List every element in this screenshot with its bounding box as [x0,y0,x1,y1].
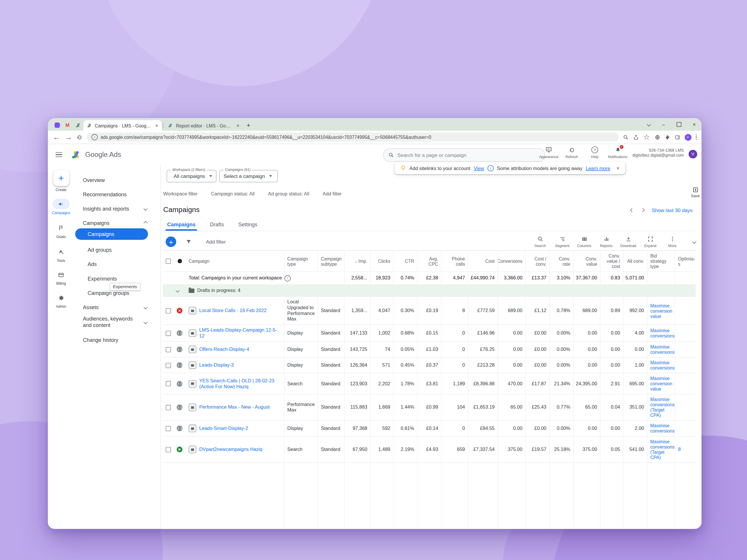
col-conv-value[interactable]: Conv. value [574,251,600,271]
chevron-down-icon[interactable] [176,289,180,293]
col-campaign-subtype[interactable]: Campaign subtype [318,251,345,271]
col-campaign-type[interactable]: Campaign type [284,251,318,271]
create-plus-icon[interactable]: + [53,170,69,186]
appearance-button[interactable]: Appearance [537,146,560,159]
col-cost[interactable]: Cost [468,251,498,271]
workspace-select[interactable]: Workspace (2 filters) All campaigns [166,170,216,183]
forward-icon[interactable]: → [65,133,72,141]
col-conv-rate[interactable]: Conv. rate [550,251,574,271]
tab-drafts[interactable]: Drafts [210,222,224,231]
campaign-status-paused-icon[interactable] [177,362,183,368]
add-filter-label[interactable]: Add filter [206,239,226,245]
tab-search-chevron-icon[interactable] [647,123,651,127]
new-tab-button[interactable]: + [243,119,254,131]
campaign-status-paused-icon[interactable] [177,330,183,336]
select-all-checkbox[interactable] [165,259,171,264]
rail-item-admin[interactable]: Admin [48,293,74,309]
rail-item-create[interactable]: + Create [48,170,74,192]
drafts-row[interactable]: Drafts in progress: 4 [163,285,696,297]
tab-settings[interactable]: Settings [238,222,257,231]
tool-expand[interactable]: Expand [639,236,661,248]
campaign-name-link[interactable]: LMS-Leads-Display-Campaign 12-5-12 [199,327,281,339]
campaign-status-chip[interactable]: Campaign status: All [211,191,255,196]
bid-strategy-link[interactable]: Maximise conversions (Target CPA) [650,397,675,418]
window-close-button[interactable]: × [693,122,696,127]
nav-item-ads[interactable]: Ads [74,257,160,271]
row-checkbox[interactable] [165,426,171,431]
row-checkbox[interactable] [165,308,171,313]
side-panel-icon[interactable] [674,134,680,140]
campaign-status-removed-icon[interactable] [177,308,183,314]
share-icon[interactable] [633,134,639,140]
toast-close-icon[interactable]: × [617,165,620,171]
rail-item-campaigns[interactable]: Campaigns [48,198,74,215]
col-optimisation[interactable]: Optimisation s [675,251,694,271]
rail-item-tools[interactable]: Tools [48,246,74,263]
row-checkbox[interactable] [165,347,171,352]
tab-close-icon[interactable]: × [236,123,239,128]
campaign-name-link[interactable]: Leads-Smart-Display-2 [199,426,248,431]
workspace-filter-chip[interactable]: Workspace filter [163,191,198,196]
campaign-name-link[interactable]: YES Search-Calls | OLD | 28-02-23 (Activ… [199,378,281,390]
maximize-button[interactable] [676,122,681,127]
col-avg-cpc[interactable]: Avg. CPC [417,251,441,271]
campaign-name-link[interactable]: Performance Max - New - August [199,404,270,410]
tool-columns[interactable]: Columns [573,236,595,248]
campaign-select[interactable]: Campaigns (61) Select a campaign [220,170,278,183]
col-campaign[interactable]: Campaign [186,251,284,271]
campaign-name-link[interactable]: Local Store Calls - 16 Feb 2022 [199,308,267,314]
bid-strategy-link[interactable]: Maximise conversions [650,344,675,355]
chevron-left-icon[interactable] [630,208,634,212]
filter-funnel-icon[interactable] [186,239,192,245]
site-info-icon[interactable]: i [91,134,98,140]
bid-strategy-link[interactable]: Maximise conversions [650,423,675,434]
col-impressions[interactable]: ↓ Imp. [345,251,371,271]
date-range-link[interactable]: Show last 30 days [651,207,692,213]
col-bid-strategy[interactable]: Bid strategy type [647,251,675,271]
account-avatar[interactable]: V [689,150,697,159]
collapse-chevron-icon[interactable] [692,240,697,244]
tab-close-icon[interactable]: × [155,123,158,128]
browser-tab-report-editor[interactable]: Report editor · LMS - Google Ad × [164,120,243,131]
row-checkbox[interactable] [165,404,171,410]
campaign-name-link[interactable]: Leads-Display-3 [199,362,234,368]
browser-profile-avatar[interactable]: v [685,134,691,140]
bid-strategy-link[interactable]: Maximise conversions [650,360,675,370]
back-icon[interactable]: ← [53,133,60,141]
help-button[interactable]: ? Help [583,146,607,159]
col-conv-value-cost[interactable]: Conv. value / cost [600,251,624,271]
tool-reports[interactable]: Reports [595,236,617,248]
refresh-button[interactable]: Refresh [560,146,583,159]
toast-learn-more-link[interactable]: Learn more [586,165,610,170]
row-checkbox[interactable] [165,363,171,368]
add-filter-chip[interactable]: Add filter [323,191,342,196]
nav-item-audiences[interactable]: Audiences, keywords and content [74,314,160,331]
campaign-name-link[interactable]: DVpart2newcampaigns Haziq [199,447,262,452]
row-checkbox[interactable] [165,381,171,386]
rail-item-billing[interactable]: Billing [48,269,74,286]
nav-item-recommendations[interactable]: Recommendations [74,187,160,202]
nav-item-insights[interactable]: Insights and reports [74,202,160,216]
campaign-status-paused-icon[interactable] [177,381,183,386]
toast-view-link[interactable]: View [473,165,484,170]
tool-search[interactable]: Search [529,236,551,248]
bid-strategy-link[interactable]: Maximise conversions [650,328,675,338]
bid-strategy-link[interactable]: Maximise conversion value [650,303,672,319]
pinned-tab-ads[interactable] [73,119,83,131]
chevron-right-icon[interactable] [641,208,645,212]
rail-item-goals[interactable]: Goals [48,222,74,239]
save-button[interactable]: Save [687,187,701,198]
nav-item-ad-groups[interactable]: Ad groups [74,243,160,257]
campaign-status-paused-icon[interactable] [177,404,183,410]
nav-item-campaigns-selected[interactable]: Campaigns [75,229,148,240]
optimisation-link[interactable]: 8 [678,447,681,452]
nav-item-overview[interactable]: Overview [74,173,160,187]
col-clicks[interactable]: Clicks [370,251,394,271]
col-cost-per-conv[interactable]: Cost / conv. [526,251,550,271]
bookmark-star-icon[interactable]: ☆ [643,133,650,142]
url-bar[interactable]: i ads.google.com/aw/campaigns?ocid=70377… [87,133,619,142]
browser-menu-icon[interactable] [696,134,697,140]
bid-strategy-link[interactable]: Maximise conversions (Target CPA) [650,439,675,460]
row-checkbox[interactable] [165,330,171,336]
col-phone-calls[interactable]: Phone calls [441,251,468,271]
